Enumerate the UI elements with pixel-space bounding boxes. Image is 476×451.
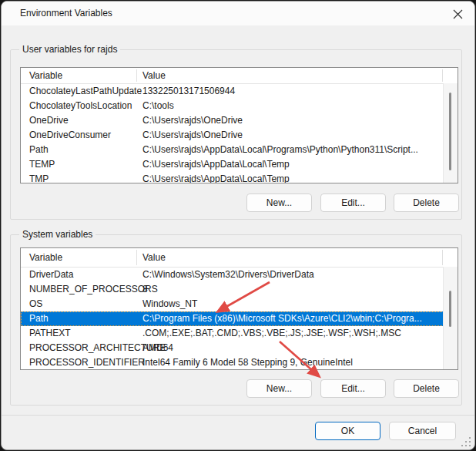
scrollbar-track[interactable]: [443, 267, 458, 369]
column-divider: [442, 69, 443, 82]
table-row[interactable]: NUMBER_OF_PROCESSORS 8: [21, 282, 444, 297]
column-header-value: Value: [142, 248, 166, 267]
scrollbar-track[interactable]: [443, 83, 458, 183]
table-row[interactable]: Path C:\Users\rajds\AppData\Local\Progra…: [21, 143, 444, 157]
environment-variables-dialog: Environment Variables User variables for…: [1, 1, 475, 450]
system-edit-button[interactable]: Edit...: [320, 379, 386, 398]
table-row[interactable]: TMP C:\Users\rajds\AppData\Local\Temp: [21, 172, 444, 183]
user-variables-group-label: User variables for rajds: [19, 44, 120, 56]
table-row[interactable]: PROCESSOR_IDENTIFIER Intel64 Family 6 Mo…: [21, 355, 444, 370]
cancel-button[interactable]: Cancel: [389, 422, 456, 440]
close-button[interactable]: [447, 5, 468, 23]
scrollbar-thumb[interactable]: [449, 291, 451, 327]
column-divider: [442, 250, 443, 265]
column-header-variable: Variable: [29, 68, 62, 83]
close-icon: [453, 9, 463, 19]
system-list-header: Variable Value: [21, 248, 458, 268]
user-edit-button[interactable]: Edit...: [320, 194, 386, 212]
scrollbar-thumb[interactable]: [449, 93, 451, 170]
footer-divider: [2, 415, 474, 416]
table-row-selected-path[interactable]: Path C:\Program Files (x86)\Microsoft SD…: [21, 311, 444, 326]
user-variables-list[interactable]: Variable Value ChocolateyLastPathUpdate …: [20, 67, 458, 183]
table-row[interactable]: PROCESSOR_ARCHITECTURE AMD64: [21, 341, 444, 355]
ok-button[interactable]: OK: [315, 422, 380, 440]
title-bar: Environment Variables: [2, 2, 474, 25]
system-variables-list[interactable]: Variable Value DriverData C:\Windows\Sys…: [20, 247, 458, 370]
table-row[interactable]: ChocolateyLastPathUpdate 133225013171506…: [21, 84, 444, 99]
table-row[interactable]: OneDriveConsumer C:\Users\rajds\OneDrive: [21, 128, 444, 143]
system-delete-button[interactable]: Delete: [394, 379, 459, 398]
system-new-button[interactable]: New...: [246, 379, 312, 398]
column-divider: [136, 69, 137, 82]
system-variables-group-label: System variables: [19, 229, 96, 241]
table-row[interactable]: ChocolateyToolsLocation C:\tools: [21, 99, 444, 113]
table-row[interactable]: DriverData C:\Windows\System32\Drivers\D…: [21, 268, 444, 282]
user-delete-button[interactable]: Delete: [394, 194, 459, 212]
column-divider: [136, 250, 137, 265]
table-row[interactable]: OneDrive C:\Users\rajds\OneDrive: [21, 113, 444, 128]
table-row[interactable]: TEMP C:\Users\rajds\AppData\Local\Temp: [21, 157, 444, 172]
table-row[interactable]: PATHEXT .COM;.EXE;.BAT;.CMD;.VBS;.VBE;.J…: [21, 326, 444, 341]
window-title: Environment Variables: [20, 8, 112, 19]
column-header-variable: Variable: [29, 248, 62, 267]
resize-grip[interactable]: [461, 437, 471, 447]
user-list-header: Variable Value: [21, 68, 458, 84]
table-row[interactable]: OS Windows_NT: [21, 297, 444, 311]
user-new-button[interactable]: New...: [246, 194, 312, 212]
column-header-value: Value: [142, 68, 166, 83]
